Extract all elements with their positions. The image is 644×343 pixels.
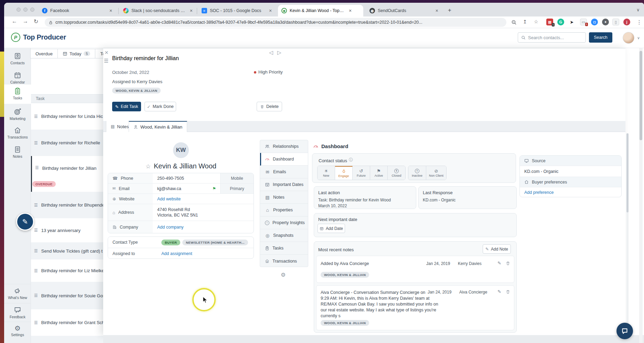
status-engage-button[interactable]: Engage [335,166,353,180]
sidebar-item-contacts[interactable]: Contacts [4,49,31,68]
tab-slack[interactable]: # Slack | soc-sendoutcards | Ke × [120,5,196,16]
tab-contact[interactable]: Wood, Kevin & Jillian [129,121,187,132]
add-date-button[interactable]: Add Date [318,224,345,233]
sidebar-item-whats-new[interactable]: What's New [4,284,31,303]
modal-close-icon[interactable]: × [105,49,108,56]
add-preference-link[interactable]: Add preference [524,190,554,195]
top-producer-logo[interactable]: P Top Producer [11,33,66,42]
modal-scrollbar[interactable] [626,133,629,334]
filter-tab-overdue[interactable]: Overdue [31,49,58,58]
note-contact-tag[interactable]: WOOD, KEVIN & JILLIAN [321,272,369,278]
zoom-app-extension-icon[interactable]: ◘ [591,19,598,25]
status-future-button[interactable]: ↺ Future [353,166,370,180]
zoom-page-icon[interactable] [511,20,517,25]
share-icon[interactable]: ↥ [523,19,527,24]
window-close-button[interactable] [17,8,21,12]
compose-fab-button[interactable]: ✎ [16,213,34,231]
status-non-client-button[interactable]: ⊘ Non Client [426,166,446,180]
contact-nav-notes[interactable]: ▤ Notes [260,191,308,204]
extension-red-icon[interactable]: ▦ 1 [546,19,553,25]
back-button[interactable]: ← [12,18,17,24]
task-contact-tag[interactable]: WOOD, KEVIN & JILLIAN [112,88,161,93]
extension-card-icon[interactable]: ▭ 1 [580,19,587,25]
address-line2[interactable]: Victoria, BC V8Z 5N1 [157,213,198,218]
contact-nav-important-dates[interactable]: Important Dates [260,178,308,191]
tab-top-producer-active[interactable]: ◉ Kevin & Jillian Wood - Top Prod × [278,5,363,16]
sidebar-item-notes[interactable]: Notes [4,143,31,162]
contact-nav-tasks[interactable]: Tasks [260,242,308,255]
nav-settings-gear-icon[interactable]: ⚙ [281,272,286,278]
email-type-tag[interactable]: Primary [220,184,254,193]
delete-note-icon[interactable] [506,289,510,294]
user-avatar[interactable] [623,32,634,44]
task-row[interactable]: ☰ Birthday reminder for Liz Mielke [31,259,114,282]
sidebar-item-feedback[interactable]: Feedback [4,303,31,322]
tab-google-docs[interactable]: ≡ SOC - 1015 - Google Docs × [198,5,276,16]
tab-close-icon[interactable]: × [349,8,352,13]
contact-nav-property-insights[interactable]: ⌂ Property Insights [260,217,308,229]
favorite-star-icon[interactable]: ☆ [146,163,151,170]
forward-button[interactable]: → [23,18,28,24]
tab-search-chevron-icon[interactable]: ∨ [636,7,640,12]
tab-facebook[interactable]: f Facebook × [39,5,118,16]
delete-button[interactable]: Delete [257,102,282,111]
reload-button[interactable]: ↻ [34,18,38,25]
add-company-link[interactable]: Add company [157,225,183,230]
tab-close-icon[interactable]: × [436,8,438,13]
sidebar-item-tasks[interactable]: Tasks [4,85,31,104]
window-scrollbar[interactable] [639,48,643,343]
task-row[interactable]: ☰ Birthday reminder for Grant Sch [31,309,114,336]
email-value[interactable]: kjj@shaw.ca [157,186,181,191]
task-row[interactable]: ☰ Birthday reminder for Richelle [31,130,114,156]
chat-launcher-button[interactable] [616,323,633,339]
task-row[interactable]: ☰ Send Movie Ticktes (gift card) t [31,242,114,259]
bookmark-star-icon[interactable]: ☆ [534,19,538,24]
newsletter-type-pill[interactable]: NEWSLETTER (HOME & HEARTH... [182,240,248,245]
info-icon[interactable]: ⓘ [349,158,353,162]
status-new-button[interactable]: ☀ New [318,166,335,180]
sidebar-item-transactions[interactable]: $ Transactions [4,124,31,143]
tab-sendoutcards[interactable]: ◍ SendOutCards × [366,5,442,16]
prev-task-icon[interactable]: ◁ [269,49,273,56]
window-zoom-button[interactable] [30,8,34,12]
filter-tab-today[interactable]: 5 Today 5 [58,49,96,58]
contact-nav-transactions[interactable]: $ Transactions [260,255,308,267]
grammarly-extension-icon[interactable]: G [557,19,564,25]
edit-note-icon[interactable]: ✎ [497,289,501,294]
task-row[interactable]: ☰ Birthday reminder for Linda Hic [31,103,114,130]
delete-note-icon[interactable] [506,261,510,266]
note-contact-tag[interactable]: WOOD, KEVIN & JILLIAN [321,320,369,326]
mark-done-button[interactable]: ✓ Mark Done [144,102,176,111]
address-line1[interactable]: 4740 Rosehill Rd [157,207,190,212]
sidebar-item-marketing[interactable]: Marketing [4,105,31,124]
new-tab-button[interactable]: + [448,7,451,14]
note-item[interactable]: Added by Aiva Concierge Jan 24, 2019 Ker… [316,256,514,283]
contact-nav-snapshots[interactable]: ◎ Snapshots [260,229,308,242]
contact-nav-emails[interactable]: ✉ Emails [260,166,308,178]
search-input[interactable]: Search contacts... [518,32,586,43]
phone-value[interactable]: 250-490-7505 [157,176,184,181]
extension-dark-icon[interactable]: ✦ [602,19,609,25]
status-active-button[interactable]: ⚑ Active [370,166,388,180]
add-note-button[interactable]: ✎ Add Note [483,244,511,254]
browser-profile-avatar[interactable]: j [623,19,630,25]
contact-nav-properties[interactable]: ⌂ Properties [260,204,308,217]
profile-caret-icon[interactable]: ∨ [637,36,640,40]
edit-task-button[interactable]: ✎ Edit Task [112,102,141,111]
window-minimize-button[interactable] [23,8,28,12]
note-item[interactable]: Aiva Concierge - Conversation Summary Co… [316,285,514,330]
task-row[interactable]: ☰ Birthday reminder for Souie Gor [31,282,114,309]
add-website-link[interactable]: Add website [157,197,181,201]
task-row[interactable]: ☰ 13 year anniversary [31,218,114,242]
buyer-type-pill[interactable]: BUYER [161,240,180,245]
tab-close-icon[interactable]: × [190,8,193,13]
cursor-extension-icon[interactable]: ➤ [568,19,575,25]
search-button[interactable]: Search [589,32,612,43]
contact-nav-relationships[interactable]: Relationships [260,140,308,153]
status-inactive-button[interactable]: ‖ Inactive [408,166,426,180]
add-assignment-link[interactable]: Add assignment [161,251,192,256]
next-task-icon[interactable]: ▷ [277,49,281,56]
browser-menu-kebab-icon[interactable]: ⋮ [636,19,642,25]
task-row[interactable]: ☰ Birthday reminder for Bhupende [31,192,114,218]
tab-close-icon[interactable]: × [269,8,272,13]
